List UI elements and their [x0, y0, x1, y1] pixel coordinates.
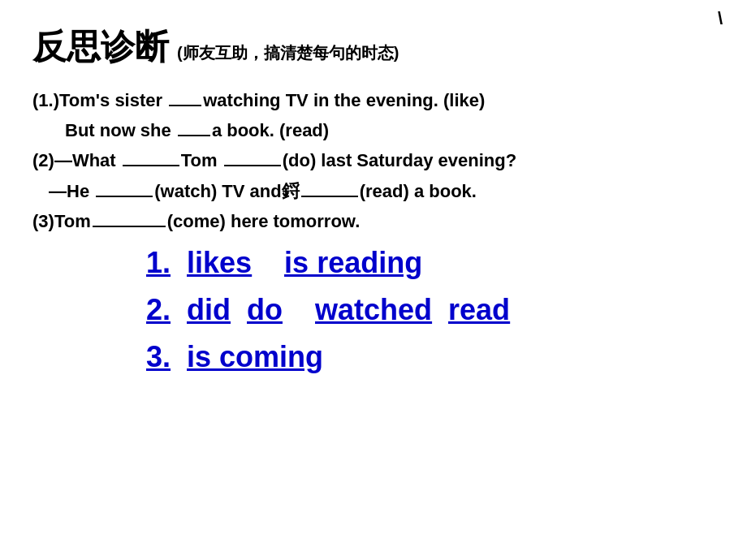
answer-number-2: 2. — [146, 288, 171, 332]
exercise-2-line2: —He (watch) TV and鋝(read) a book. — [32, 177, 715, 205]
title-row: 反思诊断 (师友互助，搞清楚每句的时态) — [32, 24, 715, 70]
answer-number-3: 3. — [146, 335, 171, 379]
answer-watched: watched — [315, 288, 432, 332]
answer-likes: likes — [187, 241, 252, 285]
blank-2c — [96, 196, 153, 197]
exercise-2-line1: (2)—What Tom (do) last Saturday evening? — [32, 146, 715, 174]
blank-3a — [93, 226, 166, 227]
answer-number-1: 1. — [146, 241, 171, 285]
backslash-symbol: \ — [718, 8, 723, 29]
exercise-3-line1: (3)Tom(come) here tomorrow. — [32, 207, 715, 235]
answer-is-coming: is coming — [187, 335, 323, 379]
answer-do: do — [247, 288, 283, 332]
answer-is-reading: is reading — [284, 241, 422, 285]
blank-1a — [169, 105, 201, 106]
content-section: (1.)Tom's sister watching TV in the even… — [0, 78, 747, 235]
blank-2a — [123, 165, 179, 166]
answer-did: did — [187, 288, 231, 332]
answer-read: read — [448, 288, 510, 332]
title-chinese: 反思诊断 — [32, 24, 169, 70]
blank-2b — [224, 165, 281, 166]
title-section: 反思诊断 (师友互助，搞清楚每句的时态) — [0, 0, 747, 78]
exercise-1-line2: But now she a book. (read) — [32, 116, 715, 144]
answers-section: 1. likes is reading 2. did do watched re… — [0, 237, 747, 379]
blank-1b — [178, 135, 210, 136]
exercise-1-line1: (1.)Tom's sister watching TV in the even… — [32, 86, 715, 114]
answer-row-1: 1. likes is reading — [146, 241, 715, 285]
answer-row-3: 3. is coming — [146, 335, 715, 379]
blank-2d — [301, 196, 358, 197]
answer-row-2: 2. did do watched read — [146, 288, 715, 332]
title-subtitle: (师友互助，搞清楚每句的时态) — [177, 42, 399, 64]
